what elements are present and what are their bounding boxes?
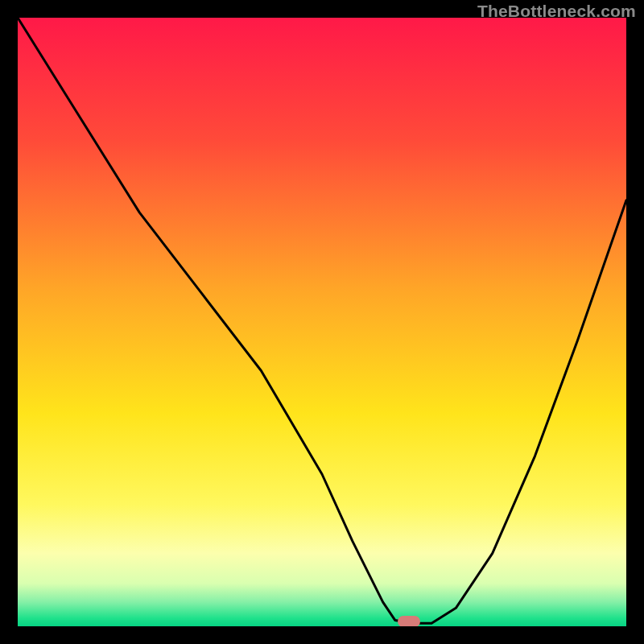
curve-path bbox=[18, 18, 626, 623]
chart-frame: TheBottleneck.com bbox=[0, 0, 644, 644]
plot-area bbox=[18, 18, 626, 626]
optimal-point-marker bbox=[398, 616, 420, 626]
bottleneck-curve bbox=[18, 18, 626, 626]
